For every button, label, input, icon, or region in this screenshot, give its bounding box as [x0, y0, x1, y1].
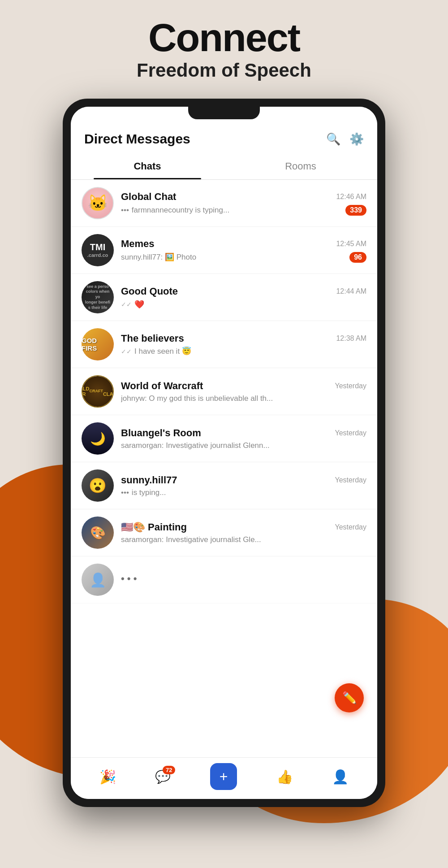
add-button[interactable]: + [210, 763, 237, 790]
phone-notch [188, 107, 260, 119]
phone-frame: Direct Messages 🔍 ⚙️ Chats Rooms 🐱 [63, 99, 385, 807]
chat-content-memes: Memes 12:45 AM sunny.hill77: 🖼️ Photo 96 [121, 238, 366, 263]
typing-indicator: ••• [121, 488, 129, 497]
chat-item-sunny[interactable]: 😮 sunny.hill77 Yesterday ••• is typing..… [71, 462, 377, 509]
avatar-wow: WORLDWARCRAFTCLASSIC [82, 375, 114, 408]
chat-content-partial: • • • [121, 573, 366, 587]
profile-icon: 👤 [332, 769, 349, 785]
chat-name: 🇺🇸🎨 Painting [121, 521, 187, 533]
app-promo-header: Connect Freedom of Speech [0, 0, 448, 95]
phone-screen: Direct Messages 🔍 ⚙️ Chats Rooms 🐱 [71, 107, 377, 799]
chat-name: • • • [121, 573, 137, 585]
chat-time: Yesterday [335, 476, 366, 484]
unread-badge: 339 [345, 205, 366, 216]
header-actions: 🔍 ⚙️ [326, 132, 364, 146]
promo-title: Connect [9, 18, 439, 57]
chat-name: Good Quote [121, 286, 178, 297]
chat-name: World of Warcraft [121, 380, 203, 392]
chat-list: 🐱 Global Chat 12:46 AM ••• farmnannecoun… [71, 180, 377, 757]
unread-badge: 96 [349, 252, 366, 263]
chat-name: Bluangel's Room [121, 427, 201, 439]
edit-icon: ✏️ [342, 691, 357, 705]
promo-subtitle: Freedom of Speech [9, 60, 439, 81]
compose-fab-button[interactable]: ✏️ [335, 683, 364, 712]
nav-item-messages[interactable]: 💬 72 [155, 769, 171, 784]
chat-time: 12:44 AM [336, 287, 366, 295]
messages-badge: 72 [163, 766, 175, 774]
chat-name: The believers [121, 333, 184, 344]
chat-content-bluangel: Bluangel's Room Yesterday saramorgan: In… [121, 427, 366, 450]
avatar-quote: see a persocolors when yolonger benefis … [82, 281, 114, 313]
nav-item-party[interactable]: 🎉 [99, 769, 116, 785]
reaction-emoji: ❤️ [134, 299, 144, 309]
avatar-believers: GOD FIRS [82, 328, 114, 360]
chat-item-quote[interactable]: see a persocolors when yolonger benefis … [71, 274, 377, 321]
party-icon: 🎉 [99, 769, 116, 785]
preview-text: I have seen it 😇 [134, 347, 191, 356]
chat-content-quote: Good Quote 12:44 AM ✓✓ ❤️ [121, 286, 366, 309]
preview-text: saramorgan: Investigative journalist Gle… [121, 535, 261, 544]
screen-title: Direct Messages [84, 131, 190, 147]
settings-icon[interactable]: ⚙️ [349, 132, 364, 146]
preview-text: is typing... [132, 488, 166, 497]
avatar-bluangel: 🌙 [82, 422, 114, 455]
plus-icon: + [220, 768, 228, 785]
tab-bar: Chats Rooms [71, 153, 377, 180]
chat-time: 12:38 AM [336, 334, 366, 343]
nav-item-add[interactable]: + [210, 763, 237, 790]
chat-time: 12:46 AM [336, 193, 366, 201]
search-icon[interactable]: 🔍 [326, 132, 340, 146]
avatar-partial: 👤 [82, 564, 114, 596]
avatar-painting: 🎨 [82, 516, 114, 549]
chat-content-painting: 🇺🇸🎨 Painting Yesterday saramorgan: Inves… [121, 521, 366, 544]
check-icon: ✓✓ [121, 301, 132, 308]
chat-content-sunny: sunny.hill77 Yesterday ••• is typing... [121, 474, 366, 497]
chat-name: Memes [121, 238, 155, 250]
bottom-navigation: 🎉 💬 72 + 👍 👤 [71, 757, 377, 799]
chat-time: 12:45 AM [336, 240, 366, 248]
nav-item-profile[interactable]: 👤 [332, 769, 349, 785]
chat-item-bluangel[interactable]: 🌙 Bluangel's Room Yesterday saramorgan: … [71, 415, 377, 462]
preview-text: johnyw: O my god this is unbelievable al… [121, 394, 273, 403]
chat-time: Yesterday [335, 523, 366, 531]
chat-item-believers[interactable]: GOD FIRS The believers 12:38 AM ✓✓ I hav… [71, 321, 377, 368]
chat-item-partial[interactable]: 👤 • • • [71, 556, 377, 603]
tab-chats[interactable]: Chats [71, 153, 224, 179]
preview-text: sunny.hill77: 🖼️ Photo [121, 252, 196, 262]
avatar-global: 🐱 [82, 187, 114, 219]
tab-rooms[interactable]: Rooms [224, 153, 377, 179]
chat-time: Yesterday [335, 429, 366, 437]
chat-item-global[interactable]: 🐱 Global Chat 12:46 AM ••• farmnannecoun… [71, 180, 377, 227]
avatar-memes: TMI .carrd.co [82, 234, 114, 266]
preview-text: saramorgan: Investigative journalist Gle… [121, 441, 270, 450]
chat-content-believers: The believers 12:38 AM ✓✓ I have seen it… [121, 333, 366, 356]
nav-item-like[interactable]: 👍 [276, 769, 293, 785]
chat-item-memes[interactable]: TMI .carrd.co Memes 12:45 AM sunny.hill7… [71, 227, 377, 274]
chat-name: sunny.hill77 [121, 474, 177, 486]
chat-time: Yesterday [335, 382, 366, 390]
typing-indicator: ••• [121, 206, 129, 215]
avatar-sunny: 😮 [82, 469, 114, 502]
chat-content-wow: World of Warcraft Yesterday johnyw: O my… [121, 380, 366, 403]
check-icon: ✓✓ [121, 348, 132, 355]
chat-item-wow[interactable]: WORLDWARCRAFTCLASSIC World of Warcraft Y… [71, 368, 377, 415]
chat-item-painting[interactable]: 🎨 🇺🇸🎨 Painting Yesterday saramorgan: Inv… [71, 509, 377, 556]
like-icon: 👍 [276, 769, 293, 785]
chat-content-global: Global Chat 12:46 AM ••• farmnannecountr… [121, 191, 366, 216]
chat-name: Global Chat [121, 191, 176, 203]
preview-text: farmnannecountry is typing... [132, 206, 229, 215]
